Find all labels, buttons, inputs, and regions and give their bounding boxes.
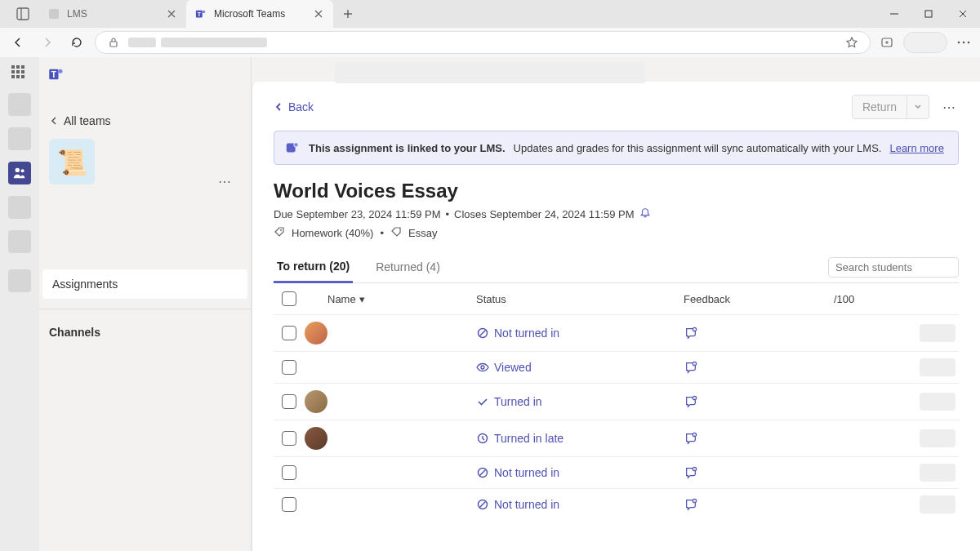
browser-tab-teams[interactable]: T Microsoft Teams: [186, 0, 333, 28]
new-tab-button[interactable]: [336, 2, 359, 25]
site-info-icon[interactable]: [104, 33, 123, 52]
svg-rect-0: [17, 8, 29, 20]
status-icon: [476, 466, 489, 479]
row-checkbox[interactable]: [282, 431, 296, 446]
close-icon[interactable]: [312, 7, 325, 20]
minimize-button[interactable]: [877, 0, 911, 28]
refresh-button[interactable]: [65, 31, 88, 54]
svg-text:T: T: [51, 70, 56, 79]
col-header-score[interactable]: /100: [831, 293, 959, 305]
score-input[interactable]: [920, 393, 956, 411]
svg-text:+: +: [693, 362, 695, 366]
svg-point-23: [16, 168, 20, 172]
feedback-icon[interactable]: +: [684, 326, 698, 340]
status-icon: [476, 498, 489, 511]
essay-tag: Essay: [408, 227, 437, 239]
due-text: Due September 23, 2024 11:59 PM: [274, 208, 441, 220]
status-cell: Turned in: [476, 395, 684, 408]
maximize-button[interactable]: [911, 0, 946, 28]
search-input[interactable]: [835, 261, 973, 273]
score-input[interactable]: [920, 429, 956, 447]
rail-item[interactable]: [8, 127, 31, 150]
nav-assignments[interactable]: Assignments: [42, 269, 247, 299]
collections-icon[interactable]: [877, 33, 897, 52]
status-text: Not turned in: [494, 327, 559, 340]
col-header-name[interactable]: Name ▾: [305, 293, 476, 305]
rail-item[interactable]: [8, 196, 31, 219]
tab-to-return[interactable]: To return (20): [274, 251, 353, 283]
student-row[interactable]: Not turned in+: [274, 456, 959, 488]
address-bar[interactable]: [95, 31, 871, 54]
feedback-icon[interactable]: +: [684, 465, 698, 480]
banner-bold: This assignment is linked to your LMS.: [309, 142, 506, 154]
score-input[interactable]: [920, 358, 956, 376]
banner-learn-more-link[interactable]: Learn more: [889, 142, 943, 154]
feedback-icon[interactable]: +: [684, 497, 698, 512]
svg-line-34: [480, 331, 486, 336]
homework-tag: Homework (40%): [292, 227, 373, 239]
student-row[interactable]: Turned in late+: [274, 420, 959, 456]
avatar: [305, 322, 327, 344]
return-label: Return: [853, 96, 906, 118]
team-more-icon[interactable]: ⋯: [221, 171, 241, 191]
feedback-icon[interactable]: +: [684, 394, 698, 409]
feedback-icon[interactable]: +: [684, 431, 698, 446]
browser-tab-lms[interactable]: LMS: [39, 0, 186, 28]
rail-item[interactable]: [8, 230, 31, 253]
svg-text:+: +: [693, 468, 695, 471]
score-input[interactable]: [920, 464, 956, 482]
svg-text:+: +: [693, 433, 695, 437]
rail-item[interactable]: [8, 93, 31, 116]
tab-actions-icon[interactable]: [15, 6, 31, 22]
status-icon: [476, 395, 489, 408]
col-header-status[interactable]: Status: [476, 293, 684, 305]
col-header-feedback[interactable]: Feedback: [684, 293, 831, 305]
score-input[interactable]: [920, 324, 956, 342]
all-teams-link[interactable]: All teams: [39, 108, 251, 134]
teams-icon: T: [194, 7, 207, 20]
row-checkbox[interactable]: [282, 394, 296, 409]
table-header: Name ▾ Status Feedback /100: [274, 283, 959, 314]
profile-button[interactable]: [903, 32, 947, 53]
teams-search-placeholder[interactable]: [335, 62, 645, 83]
back-link[interactable]: Back: [274, 100, 314, 113]
lms-link-icon: [284, 140, 301, 156]
channels-header[interactable]: Channels: [39, 309, 251, 347]
bell-icon[interactable]: [639, 207, 651, 221]
feedback-icon[interactable]: +: [684, 360, 698, 375]
return-button[interactable]: Return: [852, 95, 929, 119]
student-row[interactable]: Turned in+: [274, 383, 959, 420]
favorite-star-icon[interactable]: [842, 33, 862, 52]
search-students[interactable]: [828, 257, 959, 278]
select-all-checkbox[interactable]: [282, 291, 296, 306]
status-icon: [476, 327, 489, 340]
rail-item[interactable]: [8, 269, 31, 292]
chevron-down-icon[interactable]: [906, 96, 929, 118]
tag-icon: [390, 226, 402, 240]
close-window-button[interactable]: [946, 0, 980, 28]
category-icon: [274, 226, 285, 240]
rail-item-teams[interactable]: [8, 162, 31, 184]
svg-rect-2: [49, 9, 59, 19]
team-avatar[interactable]: 📜: [49, 139, 95, 184]
row-checkbox[interactable]: [282, 465, 296, 480]
close-icon[interactable]: [165, 7, 178, 20]
tab-label: LMS: [67, 8, 87, 20]
student-row[interactable]: Not turned in+: [274, 488, 959, 520]
svg-line-50: [480, 502, 486, 508]
row-checkbox[interactable]: [282, 326, 296, 340]
status-text: Turned in: [494, 395, 542, 408]
browser-menu-icon[interactable]: [954, 33, 973, 52]
forward-button[interactable]: [36, 31, 59, 54]
row-checkbox[interactable]: [282, 497, 296, 512]
more-actions-icon[interactable]: ⋯: [939, 96, 959, 118]
back-button[interactable]: [7, 31, 29, 54]
student-row[interactable]: Viewed+: [274, 351, 959, 383]
app-launcher-icon[interactable]: [11, 65, 28, 82]
student-row[interactable]: Not turned in+: [274, 314, 959, 351]
score-input[interactable]: [920, 495, 956, 513]
tab-returned[interactable]: Returned (4): [372, 252, 443, 282]
row-checkbox[interactable]: [282, 360, 296, 375]
status-text: Viewed: [494, 361, 532, 374]
avatar: [305, 427, 327, 450]
